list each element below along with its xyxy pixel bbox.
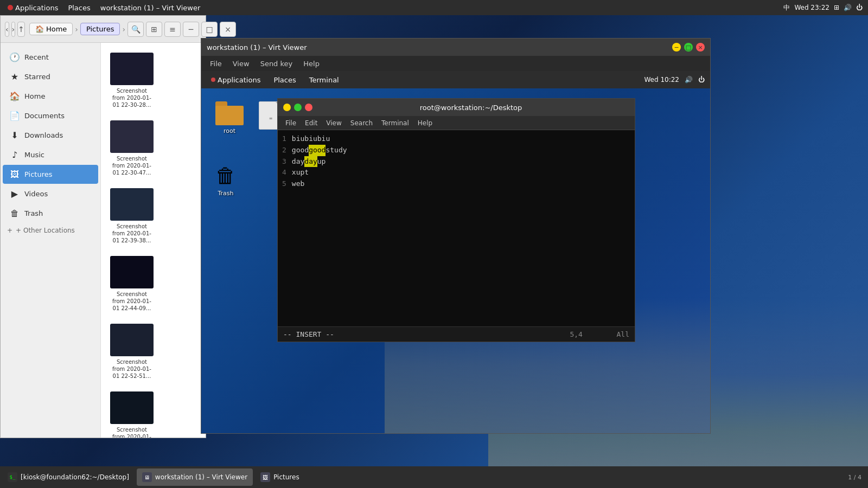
folder-body	[215, 106, 244, 125]
term-text-1: biubiubiu	[292, 133, 330, 145]
power-icon[interactable]: ⏻	[856, 4, 863, 11]
starred-icon: ★	[9, 72, 20, 82]
virt-close-button[interactable]: ×	[696, 43, 705, 52]
system-tray: 中 Wed 23:22 ⊞ 🔊 ⏻	[783, 3, 863, 12]
fm-minimize-button[interactable]: ─	[183, 22, 199, 37]
virt-menu-file[interactable]: File	[206, 58, 226, 69]
line-num-4: 4	[282, 167, 286, 178]
fm-pictures-btn[interactable]: Pictures	[80, 23, 120, 35]
line-num-3: 3	[282, 156, 286, 168]
path-chevron2: ›	[122, 25, 125, 34]
virt-menu-sendkey[interactable]: Send key	[256, 58, 297, 69]
fm-home-btn[interactable]: 🏠 Home	[29, 23, 73, 35]
sidebar-item-recent[interactable]: 🕐 Recent	[3, 48, 98, 67]
virt-maximize-button[interactable]: □	[684, 43, 693, 52]
inner-places-menu[interactable]: Places	[268, 74, 301, 86]
term-maximize-button[interactable]	[294, 104, 302, 111]
term-statusbar: -- INSERT -- 5,4 All	[278, 326, 635, 342]
term-menu-edit[interactable]: Edit	[302, 118, 321, 128]
taskbar-item-virt[interactable]: 🖥 workstation (1) – Virt Viewer	[137, 468, 253, 486]
places-label[interactable]: Places	[68, 4, 90, 12]
file-item-0[interactable]: Screenshot from 2020-01-01 22-30-28...	[107, 49, 156, 112]
file-label-3: Screenshot from 2020-01-01 22-44-09...	[111, 291, 153, 312]
fm-properties-button[interactable]: ⊞	[146, 22, 162, 37]
sidebar-item-trash[interactable]: 🗑 Trash	[3, 204, 98, 223]
file-item-3[interactable]: Screenshot from 2020-01-01 22-44-09...	[107, 253, 156, 315]
term-menu-help[interactable]: Help	[414, 118, 436, 128]
applications-label[interactable]: Applications	[15, 4, 58, 12]
inner-terminal-menu[interactable]: Terminal	[304, 74, 344, 86]
sidebar-item-starred[interactable]: ★ Starred	[3, 67, 98, 86]
taskbar-pictures-label: Pictures	[273, 473, 299, 481]
fm-up-button[interactable]: ↑	[17, 22, 25, 37]
term-menubar: File Edit View Search Terminal Help	[278, 116, 635, 130]
term-content-area[interactable]: 1 2 3 4 5 biubiubiu goodgoodstudy	[278, 130, 635, 326]
inner-apps-label: Applications	[218, 76, 260, 84]
volume-icon[interactable]: 🔊	[844, 4, 852, 11]
fm-search-button[interactable]: 🔍	[127, 22, 144, 37]
inner-topbar-right: Wed 10:22 🔊 ⏻	[644, 76, 710, 84]
trash-label: Trash	[218, 190, 233, 197]
network-connections-icon[interactable]: ⊞	[834, 4, 839, 11]
term-menu-search[interactable]: Search	[347, 118, 376, 128]
taskbar-pictures-icon: 🖼	[260, 472, 270, 482]
folder-icon-root	[215, 101, 244, 125]
network-icon[interactable]: 中	[783, 3, 790, 12]
file-label-0: Screenshot from 2020-01-01 22-30-28...	[111, 87, 153, 108]
inner-places-label: Places	[273, 76, 296, 84]
file-item-5[interactable]: Screenshot from 2020-01-01 22-57-04...	[107, 388, 156, 438]
sidebar-item-home[interactable]: 🏠 Home	[3, 87, 98, 106]
term-close-button[interactable]	[305, 104, 312, 111]
file-thumb-0	[110, 53, 154, 85]
file-item-1[interactable]: Screenshot from 2020-01-01 22-30-47...	[107, 117, 156, 179]
sidebar-item-downloads[interactable]: ⬇ Downloads	[3, 126, 98, 145]
taskbar-item-terminal[interactable]: $_ [kiosk@foundation62:~/Desktop]	[2, 468, 135, 486]
line-num-2: 2	[282, 145, 286, 156]
sidebar-item-videos[interactable]: ▶ Videos	[3, 184, 98, 203]
starred-label: Starred	[24, 73, 50, 81]
fm-forward-button[interactable]: ›	[11, 22, 16, 37]
file-thumb-5	[110, 391, 154, 424]
virt-menu-view[interactable]: View	[228, 58, 254, 69]
window-title-text: workstation (1) – Virt Viewer	[100, 4, 201, 12]
desktop: Applications Places workstation (1) – Vi…	[0, 0, 868, 488]
file-label-2: Screenshot from 2020-01-01 22-39-38...	[111, 223, 153, 244]
virt-minimize-button[interactable]: ─	[672, 43, 681, 52]
term-minimize-button[interactable]	[283, 104, 291, 111]
fm-maximize-button[interactable]: □	[201, 22, 218, 37]
fm-back-button[interactable]: ‹	[5, 22, 9, 37]
documents-label: Documents	[24, 112, 65, 120]
inner-volume-icon[interactable]: 🔊	[685, 76, 693, 84]
sidebar-add-bookmark[interactable]: + + Other Locations	[1, 223, 100, 237]
inner-topbar-left: Applications Places Terminal	[201, 74, 344, 86]
desktop-icon-root[interactable]: root	[212, 98, 247, 138]
fm-list-view-button[interactable]: ≡	[164, 22, 181, 37]
term-menu-file[interactable]: File	[282, 118, 299, 128]
virt-menu-help[interactable]: Help	[299, 58, 324, 69]
trash-sidebar-label: Trash	[24, 209, 43, 217]
applications-menu[interactable]: Applications	[3, 3, 62, 13]
line-num-5: 5	[282, 178, 286, 190]
taskbar-terminal-icon: $_	[8, 472, 17, 482]
fm-close-button[interactable]: ×	[220, 22, 236, 37]
term-menu-terminal[interactable]: Terminal	[378, 118, 412, 128]
videos-icon: ▶	[9, 189, 20, 199]
file-item-4[interactable]: Screenshot from 2020-01-01 22-52-51...	[107, 320, 156, 383]
term-line-2: goodgoodstudy	[292, 145, 630, 156]
desktop-icon-trash[interactable]: 🗑 Trash	[212, 160, 239, 200]
file-item-2[interactable]: Screenshot from 2020-01-01 22-39-38...	[107, 185, 156, 247]
sidebar-item-documents[interactable]: 📄 Documents	[3, 106, 98, 125]
inner-applications-menu[interactable]: Applications	[206, 74, 266, 86]
sidebar-item-music[interactable]: ♪ Music	[3, 145, 98, 164]
term-text-area[interactable]: biubiubiu goodgoodstudy daydayup xupt we	[292, 133, 630, 323]
places-menu[interactable]: Places	[63, 3, 94, 13]
datetime[interactable]: Wed 23:22	[794, 4, 829, 11]
file-manager-window: ‹ › ↑ 🏠 Home › Pictures › 🔍 ⊞ ≡ ─ □	[0, 15, 206, 438]
sidebar-item-pictures[interactable]: 🖼 Pictures	[3, 165, 98, 184]
term-menu-view[interactable]: View	[323, 118, 344, 128]
taskbar-item-pictures[interactable]: 🖼 Pictures	[255, 468, 305, 486]
inner-power-icon[interactable]: ⏻	[698, 76, 705, 84]
line-num-1: 1	[282, 133, 286, 145]
term-titlebar: root@workstation:~/Desktop	[278, 99, 635, 116]
fm-toolbar-right: 🔍 ⊞ ≡ ─ □ ×	[127, 22, 236, 37]
